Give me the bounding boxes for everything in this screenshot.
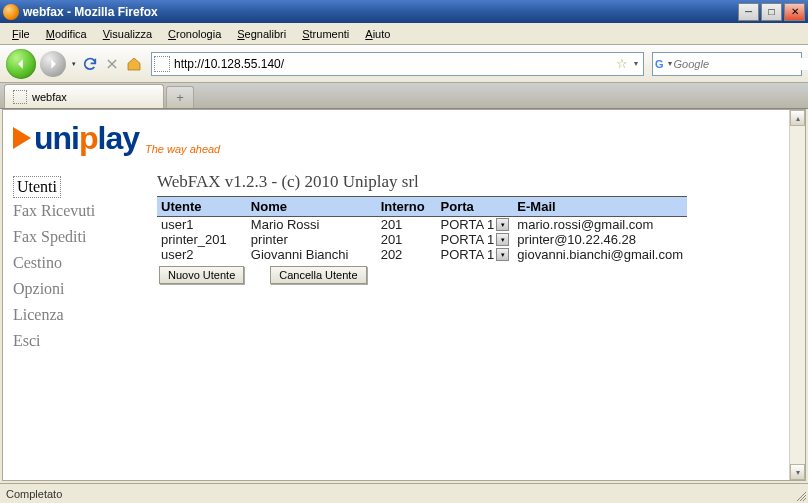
scroll-up-button[interactable]: ▴ <box>790 110 805 126</box>
col-utente: Utente <box>157 197 247 217</box>
uniplay-logo: uniplay The way ahead <box>13 116 795 160</box>
app-title: WebFAX v1.2.3 - (c) 2010 Uniplay srl <box>157 172 795 192</box>
main-panel: WebFAX v1.2.3 - (c) 2010 Uniplay srl Ute… <box>157 170 795 354</box>
col-nome: Nome <box>247 197 377 217</box>
sidebar-nav: Utenti Fax Ricevuti Fax Spediti Cestino … <box>13 170 133 354</box>
menu-cronologia[interactable]: Cronologia <box>160 25 229 43</box>
port-dropdown[interactable]: ▾ <box>496 248 509 261</box>
scroll-down-button[interactable]: ▾ <box>790 464 805 480</box>
menu-aiuto[interactable]: Aiuto <box>357 25 398 43</box>
menu-segnalibri[interactable]: Segnalibri <box>229 25 294 43</box>
address-bar[interactable]: ☆ ▾ <box>151 52 644 76</box>
menu-file[interactable]: File <box>4 25 38 43</box>
sidebar-item-fax-ricevuti[interactable]: Fax Ricevuti <box>13 198 133 224</box>
google-icon: G <box>655 57 664 71</box>
home-button[interactable] <box>125 55 143 73</box>
stop-button[interactable] <box>103 55 121 73</box>
col-porta: Porta <box>437 197 514 217</box>
sidebar-item-fax-spediti[interactable]: Fax Spediti <box>13 224 133 250</box>
logo-text-uni: uni <box>34 120 79 157</box>
menu-strumenti[interactable]: Strumenti <box>294 25 357 43</box>
status-text: Completato <box>6 488 62 500</box>
sidebar-item-opzioni[interactable]: Opzioni <box>13 276 133 302</box>
navigation-toolbar: ▾ ☆ ▾ G ▾ <box>0 45 808 83</box>
cell-ext: 202 <box>377 247 437 262</box>
sidebar-item-esci[interactable]: Esci <box>13 328 133 354</box>
logo-text-lay: lay <box>98 120 139 157</box>
new-user-button[interactable]: Nuovo Utente <box>159 266 244 284</box>
cell-email: giovanni.bianchi@gmail.com <box>513 247 687 262</box>
cell-email: mario.rossi@gmail.com <box>513 217 687 233</box>
back-button[interactable] <box>6 49 36 79</box>
table-row[interactable]: user1Mario Rossi201PORTA 1 ▾mario.rossi@… <box>157 217 687 233</box>
cell-user: printer_201 <box>157 232 247 247</box>
logo-text-p: p <box>79 120 98 157</box>
page-icon <box>154 56 170 72</box>
window-title: webfax - Mozilla Firefox <box>23 5 738 19</box>
close-button[interactable]: ✕ <box>784 3 805 21</box>
cell-port: PORTA 1 ▾ <box>437 232 514 247</box>
firefox-icon <box>3 4 19 20</box>
window-titlebar: webfax - Mozilla Firefox ─ □ ✕ <box>0 0 808 23</box>
cell-port: PORTA 1 ▾ <box>437 217 514 233</box>
users-table: Utente Nome Interno Porta E-Mail user1Ma… <box>157 196 687 262</box>
table-row[interactable]: printer_201printer201PORTA 1 ▾printer@10… <box>157 232 687 247</box>
cell-user: user2 <box>157 247 247 262</box>
cell-name: printer <box>247 232 377 247</box>
menu-bar: File Modifica Visualizza Cronologia Segn… <box>0 23 808 45</box>
sidebar-item-licenza[interactable]: Licenza <box>13 302 133 328</box>
minimize-button[interactable]: ─ <box>738 3 759 21</box>
sidebar-item-cestino[interactable]: Cestino <box>13 250 133 276</box>
tab-bar: webfax + <box>0 83 808 109</box>
delete-user-button[interactable]: Cancella Utente <box>270 266 366 284</box>
logo-tagline: The way ahead <box>145 143 220 155</box>
port-dropdown[interactable]: ▾ <box>496 218 509 231</box>
port-dropdown[interactable]: ▾ <box>496 233 509 246</box>
cell-ext: 201 <box>377 232 437 247</box>
status-bar: Completato <box>0 483 808 503</box>
vertical-scrollbar[interactable]: ▴ ▾ <box>789 110 805 480</box>
col-interno: Interno <box>377 197 437 217</box>
search-box[interactable]: G ▾ <box>652 52 802 76</box>
new-tab-button[interactable]: + <box>166 86 194 108</box>
engine-dropdown[interactable]: ▾ <box>666 59 674 68</box>
url-input[interactable] <box>174 57 613 71</box>
url-dropdown[interactable]: ▾ <box>631 59 641 68</box>
reload-button[interactable] <box>81 55 99 73</box>
table-row[interactable]: user2Giovanni Bianchi202PORTA 1 ▾giovann… <box>157 247 687 262</box>
tab-label: webfax <box>32 91 67 103</box>
history-dropdown[interactable]: ▾ <box>70 60 77 68</box>
search-input[interactable] <box>674 58 808 70</box>
forward-button[interactable] <box>40 51 66 77</box>
cell-user: user1 <box>157 217 247 233</box>
tab-webfax[interactable]: webfax <box>4 84 164 108</box>
cell-name: Mario Rossi <box>247 217 377 233</box>
resize-grip[interactable] <box>794 489 806 501</box>
maximize-button[interactable]: □ <box>761 3 782 21</box>
col-email: E-Mail <box>513 197 687 217</box>
page-content: ▴ ▾ uniplay The way ahead Utenti Fax Ric… <box>2 109 806 481</box>
play-triangle-icon <box>13 127 31 149</box>
sidebar-item-utenti[interactable]: Utenti <box>13 176 61 198</box>
cell-name: Giovanni Bianchi <box>247 247 377 262</box>
page-icon <box>13 90 27 104</box>
menu-modifica[interactable]: Modifica <box>38 25 95 43</box>
cell-ext: 201 <box>377 217 437 233</box>
bookmark-star-icon[interactable]: ☆ <box>613 56 631 71</box>
cell-port: PORTA 1 ▾ <box>437 247 514 262</box>
menu-visualizza[interactable]: Visualizza <box>95 25 160 43</box>
cell-email: printer@10.22.46.28 <box>513 232 687 247</box>
